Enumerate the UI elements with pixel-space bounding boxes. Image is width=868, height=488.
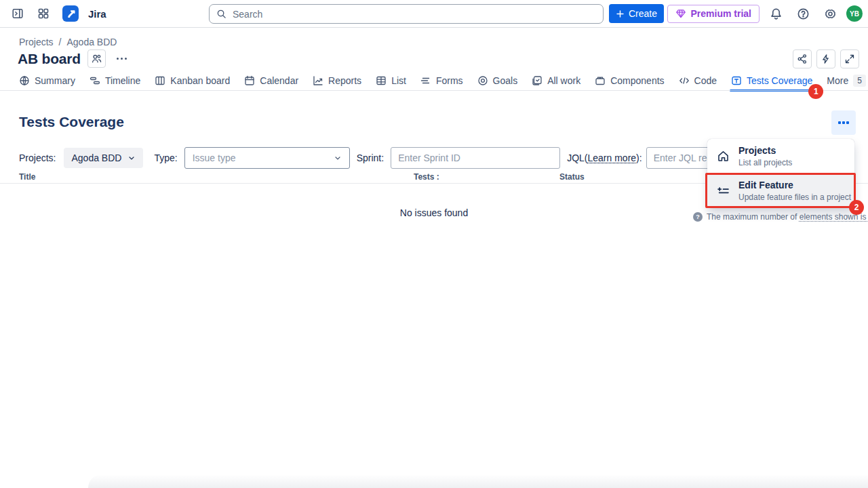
gear-icon (824, 7, 837, 20)
timeline-icon (90, 75, 100, 86)
tab-more[interactable]: More 5 (827, 70, 866, 91)
menu-item-subtitle: Update feature files in a project (738, 192, 851, 202)
ellipsis-icon (117, 58, 119, 60)
annotation-step-2-badge: 2 (849, 200, 864, 215)
board-tabs: Summary Timeline Kanban board Calendar R… (19, 70, 868, 91)
column-header-tests: Tests : (414, 172, 439, 182)
tab-all-work[interactable]: All work (532, 70, 580, 91)
sidebar-toggle-icon (12, 7, 24, 20)
user-avatar[interactable]: YB (846, 5, 863, 22)
projects-filter-dropdown[interactable]: Agoda BDD (64, 148, 143, 168)
jql-learn-more-link[interactable]: Learn more (587, 152, 636, 163)
search-input[interactable] (209, 4, 604, 24)
topbar-right-group: Premium trial YB (667, 0, 863, 27)
board-more-actions-button[interactable] (113, 54, 131, 64)
list-grid-icon (376, 75, 387, 86)
board-title-row: AB board (18, 49, 131, 68)
board-title: AB board (18, 51, 81, 67)
premium-trial-label: Premium trial (691, 8, 751, 19)
fullscreen-button[interactable] (840, 49, 859, 68)
plus-icon (616, 9, 625, 18)
sprint-filter-label: Sprint: (357, 152, 384, 163)
code-icon (679, 75, 690, 86)
reports-icon (313, 75, 323, 86)
chevron-down-icon (334, 154, 342, 162)
forms-icon (420, 75, 431, 86)
tab-timeline[interactable]: Timeline (90, 70, 140, 91)
bell-icon (770, 7, 783, 20)
breadcrumb: Projects / Agoda BDD (19, 37, 117, 47)
chevron-down-icon (127, 154, 136, 162)
globe-icon (19, 75, 30, 86)
search-icon (216, 9, 226, 19)
menu-item-title: Projects (738, 145, 792, 156)
max-elements-footnote: ? The maximum number of elements shown i… (693, 212, 868, 222)
kanban-icon (155, 75, 165, 86)
meatball-icon (838, 121, 841, 124)
automation-button[interactable] (816, 49, 835, 68)
create-button-label: Create (629, 8, 657, 19)
premium-diamond-icon (675, 8, 686, 19)
app-grid-icon (37, 7, 50, 20)
notifications-button[interactable] (765, 3, 787, 24)
tab-code[interactable]: Code (679, 70, 717, 91)
tab-components[interactable]: Components (595, 70, 664, 91)
annotation-step-1-badge: 1 (808, 84, 823, 99)
share-button[interactable] (793, 49, 812, 68)
column-header-status: Status (559, 172, 585, 182)
help-circle-icon: ? (693, 212, 703, 222)
tab-goals[interactable]: Goals (477, 70, 518, 91)
filters-bar: Projects: Agoda BDD Type: Issue type Spr… (19, 147, 799, 169)
create-button[interactable]: Create (609, 4, 664, 23)
share-icon (797, 54, 808, 64)
people-icon (91, 53, 102, 64)
jql-filter-label: JQL(Learn more): (567, 152, 642, 163)
tab-reports[interactable]: Reports (313, 70, 361, 91)
home-icon (707, 150, 738, 163)
bottom-shadow (88, 474, 868, 488)
sidebar-toggle-button[interactable] (7, 3, 28, 24)
menu-item-edit-feature[interactable]: Edit Feature Update feature files in a p… (707, 174, 854, 208)
app-name: Jira (88, 8, 106, 20)
column-header-title: Title (19, 172, 35, 182)
tests-coverage-icon (731, 75, 742, 86)
page-more-actions-button[interactable] (831, 110, 856, 135)
expand-icon (844, 54, 855, 64)
menu-item-subtitle: List all projects (738, 158, 792, 167)
premium-trial-button[interactable]: Premium trial (667, 5, 760, 23)
issue-type-select[interactable]: Issue type (184, 147, 350, 169)
help-button[interactable] (792, 3, 814, 24)
breadcrumb-separator: / (59, 37, 62, 47)
breadcrumb-projects-link[interactable]: Projects (19, 37, 54, 47)
footnote-text: The maximum number of elements shown is … (707, 212, 868, 222)
all-work-icon (532, 75, 542, 86)
jira-logo-icon[interactable] (62, 5, 79, 22)
goals-target-icon (477, 75, 488, 86)
type-filter-label: Type: (154, 152, 177, 163)
global-search (209, 4, 604, 24)
components-icon (595, 75, 606, 86)
tab-kanban-board[interactable]: Kanban board (155, 70, 230, 91)
tab-forms[interactable]: Forms (420, 70, 463, 91)
tab-summary[interactable]: Summary (19, 70, 75, 91)
tab-calendar[interactable]: Calendar (244, 70, 298, 91)
menu-item-title: Edit Feature (738, 180, 851, 190)
tabs-divider (0, 90, 868, 91)
more-count-badge: 5 (853, 75, 866, 87)
jira-app-window: Jira Create Premium trial (0, 0, 868, 488)
app-switcher-button[interactable] (33, 3, 54, 24)
settings-button[interactable] (819, 3, 841, 24)
question-circle-icon (797, 7, 810, 20)
page-actions-menu: Projects List all projects Edit Feature … (707, 139, 854, 208)
tab-list[interactable]: List (376, 70, 406, 91)
lightning-icon (821, 54, 831, 64)
tab-tests-coverage[interactable]: Tests Coverage 1 (731, 70, 812, 91)
top-navigation-bar: Jira Create Premium trial (0, 0, 868, 28)
calendar-icon (244, 75, 255, 86)
board-actions (793, 49, 859, 68)
sprint-id-input[interactable] (391, 147, 560, 169)
projects-filter-label: Projects: (19, 152, 56, 163)
menu-item-projects[interactable]: Projects List all projects (707, 139, 854, 174)
breadcrumb-project-name-link[interactable]: Agoda BDD (66, 37, 117, 47)
board-members-button[interactable] (87, 49, 106, 68)
